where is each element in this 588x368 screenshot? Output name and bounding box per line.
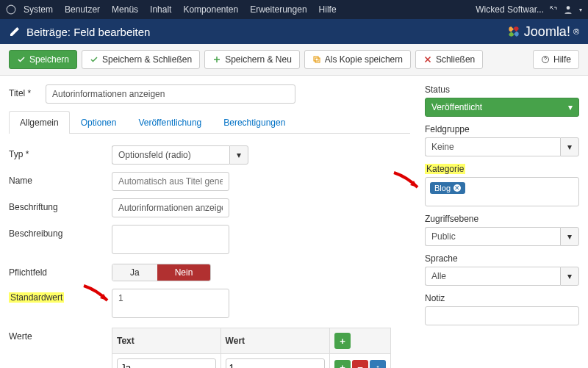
row-add-button[interactable]: + [334,360,351,369]
chevron-down-icon[interactable]: ▾ [229,145,248,165]
name-label: Name [9,172,112,186]
fieldgroup-select[interactable]: ▾ [425,137,579,156]
toolbar: Speichern Speichern & Schließen Speicher… [0,44,588,76]
type-label: Typ * [9,145,112,159]
col-text: Text [112,328,221,354]
fieldgroup-label: Feldgruppe [425,124,579,134]
add-row-button[interactable]: + [334,333,351,349]
required-yes[interactable]: Ja [112,264,157,281]
page-header: Beiträge: Feld bearbeiten Joomla!® [0,19,588,44]
value-text-input[interactable] [117,358,216,368]
tab-permissions[interactable]: Berechtigungen [212,111,296,134]
admin-topbar: System Benutzer Menüs Inhalt Komponenten… [0,0,588,19]
svg-point-0 [7,5,15,14]
nav-extensions[interactable]: Erweiterungen [250,4,306,15]
chevron-down-icon: ▾ [568,102,573,112]
joomla-mark-icon [506,24,521,39]
joomla-logo: Joomla!® [506,24,579,40]
tab-options[interactable]: Optionen [70,111,128,134]
values-table: TextWert+ +−↕ +−↕ [112,328,391,368]
close-icon [423,55,432,64]
help-icon [541,55,550,64]
note-label: Notiz [425,293,579,303]
description-label: Beschreibung [9,225,112,239]
nav-help[interactable]: Hilfe [319,4,337,15]
caption-label: Beschriftung [9,198,112,212]
default-label: Standardwert [9,289,112,303]
value-value-input[interactable] [226,358,325,368]
name-input[interactable] [112,172,229,191]
user-icon[interactable] [563,4,573,15]
row-remove-button[interactable]: − [352,360,368,369]
caret-down-icon: ▾ [579,7,582,13]
language-label: Sprache [425,253,579,264]
save-close-button[interactable]: Speichern & Schließen [82,50,200,69]
page-title: Beiträge: Feld bearbeiten [26,26,506,38]
remove-tag-button[interactable]: ✕ [453,184,461,192]
site-link[interactable]: Wicked Softwar... ▾ [476,4,582,15]
edit-icon [9,26,21,37]
access-label: Zugriffsebene [425,214,579,224]
plus-icon [212,55,221,64]
category-tag: Blog✕ [430,182,465,194]
required-toggle[interactable]: JaNein [112,264,211,281]
copy-icon [312,55,321,64]
values-label: Werte [9,328,112,342]
svg-rect-3 [315,58,320,62]
chevron-down-icon[interactable]: ▾ [560,137,579,156]
type-select[interactable]: ▾ [112,145,248,165]
svg-point-1 [567,6,570,10]
note-input[interactable] [425,306,579,325]
chevron-down-icon[interactable]: ▾ [560,267,579,286]
close-button[interactable]: Schließen [415,50,483,69]
external-link-icon [550,6,557,13]
col-value: Wert [220,328,329,354]
category-input[interactable]: Blog✕ [425,177,579,206]
save-copy-button[interactable]: Als Kopie speichern [304,50,411,69]
chevron-down-icon[interactable]: ▾ [560,227,579,246]
nav-users[interactable]: Benutzer [65,4,100,15]
nav-system[interactable]: System [24,4,53,15]
required-no[interactable]: Nein [157,264,211,281]
save-new-button[interactable]: Speichern & Neu [204,50,300,69]
tab-general[interactable]: Allgemein [9,111,70,134]
default-input[interactable]: 1 [112,289,229,318]
language-select[interactable]: ▾ [425,267,579,286]
required-label: Pflichtfeld [9,264,112,278]
check-icon [90,55,98,64]
save-button[interactable]: Speichern [9,50,77,69]
status-label: Status [425,84,579,95]
joomla-icon [6,4,16,15]
nav-menus[interactable]: Menüs [112,4,138,15]
check-icon [17,55,26,64]
table-row: +−↕ [112,354,391,369]
caption-input[interactable] [112,198,229,217]
svg-rect-2 [314,57,318,61]
nav-components[interactable]: Komponenten [183,4,238,15]
row-move-button[interactable]: ↕ [370,360,386,369]
status-select[interactable]: Veröffentlicht▾ [425,98,579,117]
nav-content[interactable]: Inhalt [150,4,171,15]
access-select[interactable]: ▾ [425,227,579,246]
help-button[interactable]: Hilfe [533,50,579,69]
category-label: Kategorie [425,164,579,174]
description-input[interactable] [112,225,229,254]
title-label: Titel * [9,84,46,98]
title-input[interactable] [46,84,295,104]
tab-publishing[interactable]: Veröffentlichung [127,111,212,134]
tabs: Allgemein Optionen Veröffentlichung Bere… [9,111,410,134]
